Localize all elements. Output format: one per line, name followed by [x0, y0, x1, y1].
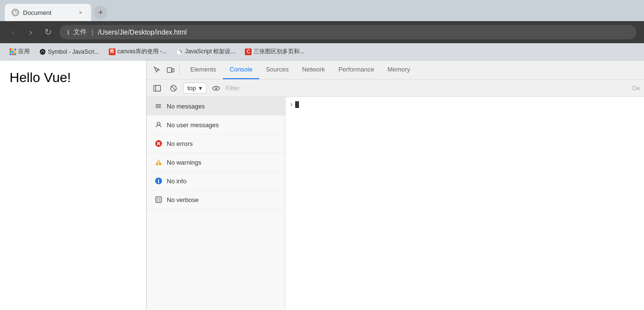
canvas-icon: 简 — [109, 48, 115, 55]
bookmark-c-label: 三张图区别多页和... — [253, 48, 304, 56]
warning-icon — [154, 158, 163, 167]
tab-bar: Document × + — [0, 0, 644, 21]
svg-point-18 — [156, 107, 157, 108]
bookmark-canvas[interactable]: 简 canvas库的使用 -... — [105, 46, 171, 57]
device-toolbar-icon[interactable] — [164, 63, 177, 77]
context-dropdown-arrow: ▾ — [199, 84, 202, 92]
context-dropdown-label: top — [187, 84, 196, 92]
filter-input-placeholder: Filter — [226, 84, 240, 92]
back-button[interactable]: ‹ — [8, 26, 19, 38]
svg-line-10 — [172, 86, 175, 90]
verbose-icon — [154, 195, 163, 204]
console-cursor — [295, 101, 299, 108]
prompt-symbol: › — [289, 101, 293, 108]
browser-tab[interactable]: Document × — [5, 4, 91, 21]
svg-rect-5 — [167, 68, 172, 72]
bookmark-canvas-label: canvas库的使用 -... — [117, 48, 167, 56]
bookmark-symbol-label: Symbol - JavaScri... — [48, 48, 99, 55]
tab-network[interactable]: Network — [296, 60, 332, 79]
tab-favicon — [12, 9, 19, 16]
sidebar-item-errors[interactable]: No errors — [147, 134, 285, 153]
console-main[interactable]: › — [286, 97, 644, 310]
svg-point-3 — [40, 49, 46, 55]
sidebar-item-warnings[interactable]: No warnings — [147, 153, 285, 172]
bookmark-js[interactable]: JavaScript 框架设... — [172, 46, 239, 57]
c-icon: C — [245, 48, 252, 55]
forward-button[interactable]: › — [25, 26, 36, 38]
devtools-tabs: Elements Console Sources Network Perform… — [182, 60, 640, 79]
svg-point-28 — [158, 179, 159, 180]
error-icon — [154, 139, 163, 148]
sidebar-item-user-label: No user messages — [167, 121, 218, 129]
js-icon — [176, 48, 183, 55]
bookmark-c[interactable]: C 三张图区别多页和... — [241, 46, 308, 57]
svg-point-19 — [157, 122, 160, 125]
tab-sources[interactable]: Sources — [259, 60, 296, 79]
user-icon — [154, 120, 163, 129]
sidebar-item-warnings-label: No warnings — [167, 159, 201, 166]
reload-button[interactable]: ↻ — [42, 26, 54, 38]
svg-point-32 — [157, 201, 158, 202]
tab-title: Document — [23, 9, 73, 16]
bookmark-symbol[interactable]: Symbol - JavaScri... — [35, 47, 103, 57]
page-main-text: Hello Vue! — [10, 70, 71, 85]
sidebar-item-verbose[interactable]: No verbose — [147, 191, 285, 209]
toolbar-divider — [179, 65, 180, 75]
sidebar-item-info-label: No info — [167, 178, 186, 185]
page-content: Hello Vue! — [0, 60, 146, 310]
svg-point-30 — [157, 198, 158, 199]
tab-performance[interactable]: Performance — [332, 60, 380, 79]
list-icon — [154, 102, 163, 110]
symbol-icon — [39, 48, 46, 55]
url-path: /Users/Jie/Desktop/index.html — [98, 28, 187, 36]
protocol-label: 文件 — [73, 28, 87, 36]
devtools-toolbar: Elements Console Sources Network Perform… — [147, 60, 644, 80]
sidebar-item-user-messages[interactable]: No user messages — [147, 116, 285, 134]
console-prompt[interactable]: › — [289, 101, 299, 108]
svg-point-17 — [156, 106, 157, 107]
sidebar-item-errors-label: No errors — [167, 140, 193, 147]
tab-memory[interactable]: Memory — [381, 60, 417, 79]
apps-grid-icon — [10, 48, 16, 55]
svg-rect-7 — [154, 85, 161, 91]
sidebar-item-all-messages[interactable]: No messages — [147, 97, 285, 116]
info-icon — [154, 177, 163, 185]
tab-console[interactable]: Console — [223, 60, 259, 79]
new-tab-button[interactable]: + — [94, 6, 107, 19]
browser-chrome: Document × + ‹ › ↻ ℹ 文件 | /Users/Jie/Des… — [0, 0, 644, 60]
svg-point-12 — [215, 87, 217, 89]
svg-point-16 — [156, 104, 157, 105]
devtools-panel: Elements Console Sources Network Perform… — [146, 60, 644, 310]
url-separator: | — [92, 28, 93, 36]
clear-console-button[interactable] — [167, 82, 180, 95]
url-bar[interactable]: ℹ 文件 | /Users/Jie/Desktop/index.html — [59, 25, 636, 39]
tab-close-button[interactable]: × — [77, 9, 84, 16]
svg-rect-6 — [172, 69, 174, 72]
context-dropdown[interactable]: top ▾ — [183, 83, 207, 94]
address-bar: ‹ › ↻ ℹ 文件 | /Users/Jie/Desktop/index.ht… — [0, 21, 644, 43]
protocol-icon: ℹ — [67, 29, 69, 36]
svg-point-31 — [157, 199, 158, 200]
main-area: Hello Vue! Elements Console Sources Netw… — [0, 60, 644, 310]
svg-point-25 — [158, 164, 159, 165]
bookmarks-bar: 应用 Symbol - JavaScri... 简 canvas库的使用 -..… — [0, 43, 644, 60]
console-sidebar: No messages No user messages — [147, 97, 286, 310]
eye-icon[interactable] — [209, 82, 223, 95]
console-toolbar: top ▾ Filter De — [147, 80, 644, 97]
bookmark-apps[interactable]: 应用 — [6, 46, 34, 57]
element-selector-icon[interactable] — [150, 63, 164, 77]
console-sidebar-toggle[interactable] — [150, 82, 164, 95]
bookmark-js-label: JavaScript 框架设... — [185, 48, 235, 56]
bookmark-apps-label: 应用 — [18, 48, 30, 56]
sidebar-item-all-label: No messages — [167, 103, 205, 110]
sidebar-item-verbose-label: No verbose — [167, 196, 198, 203]
tab-elements[interactable]: Elements — [184, 60, 223, 79]
devtools-body: No messages No user messages — [147, 97, 644, 310]
sidebar-item-info[interactable]: No info — [147, 172, 285, 191]
de-label: De — [632, 84, 640, 92]
